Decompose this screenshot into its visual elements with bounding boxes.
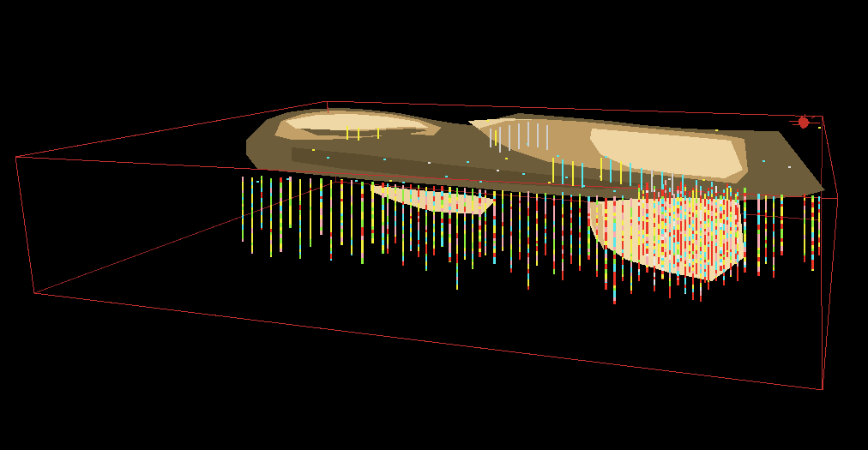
scene-svg	[0, 0, 868, 450]
3d-viewport[interactable]	[0, 0, 868, 450]
